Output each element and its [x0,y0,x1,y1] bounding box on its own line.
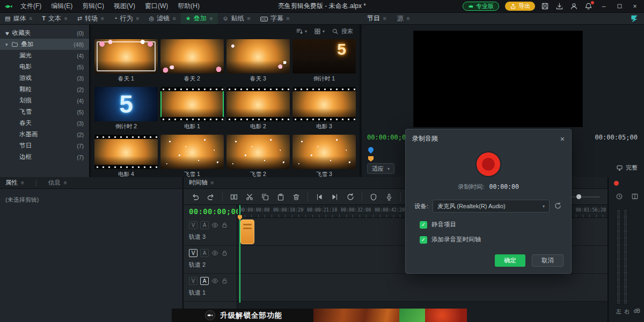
lock-icon[interactable] [221,277,228,284]
hamburger-icon[interactable]: ≡ [407,16,410,21]
media-thumbnail[interactable] [160,135,224,169]
record-voiceover-icon[interactable] [385,193,393,201]
hamburger-icon[interactable]: ≡ [247,16,251,21]
copy-icon[interactable] [261,193,269,201]
monitor-tab[interactable]: 节目 ≡ [367,14,386,23]
marker-shield-icon[interactable] [369,193,378,201]
sidebar-item-favorites[interactable]: ♥ 收藏夹 (0) [0,27,89,39]
refresh-icon[interactable] [554,202,562,210]
redo-icon[interactable] [207,193,215,201]
dialog-checkbox-row[interactable]: ✓ 静音项目 [420,221,571,229]
loop-icon[interactable] [346,193,355,201]
jump-end-icon[interactable] [331,193,339,201]
media-thumbnail[interactable] [160,39,224,74]
media-thumbnail[interactable] [292,135,356,169]
hamburger-icon[interactable]: ≡ [136,16,140,21]
media-item[interactable]: 5 倒计时 2 [94,87,158,130]
ribbon-tab[interactable]: 叠加 ≡ [181,13,218,24]
download-icon[interactable] [555,2,564,11]
audio-toggle-button[interactable]: A [200,221,209,229]
sidebar-category[interactable]: 颗粒 (2) [0,84,89,95]
media-thumbnail[interactable]: 5 [94,87,158,121]
sidebar-category[interactable]: 飞雪 (5) [0,106,89,118]
eye-icon[interactable] [211,222,218,229]
checkbox-checked-icon[interactable]: ✓ [420,236,427,244]
media-item[interactable]: 电影 3 [292,87,356,130]
sidebar-category[interactable]: 春天 (3) [0,118,89,129]
media-thumbnail[interactable] [160,87,224,121]
ribbon-tab[interactable]: 滤镜 ≡ [144,13,180,24]
media-item[interactable]: 电影 4 [94,135,158,177]
ribbon-tab[interactable]: 转场 ≡ [72,13,109,24]
menu-item[interactable]: 剪辑(C) [78,1,108,12]
monitor-tab[interactable]: 源 ≡ [397,14,410,23]
panel-layout-icon[interactable] [631,193,639,200]
quality-control[interactable]: 完整 [616,164,638,172]
ribbon-tab[interactable]: 文本 ≡ [37,13,72,24]
maximize-button[interactable] [614,3,624,9]
video-toggle-button[interactable]: V [189,221,197,229]
save-icon[interactable] [541,2,550,11]
sidebar-category[interactable]: 水墨画 (2) [0,129,89,140]
hamburger-icon[interactable]: ≡ [173,16,176,21]
split-icon[interactable] [230,193,238,201]
tab-timeline[interactable]: 时间轴≡ [189,179,214,187]
sidebar-category[interactable]: 节日 (7) [0,140,89,151]
timeline-clip[interactable] [240,219,254,244]
clock-icon[interactable] [616,193,623,200]
delete-icon[interactable] [292,193,301,201]
cancel-button[interactable]: 取消 [532,254,564,267]
fit-dropdown[interactable]: 适应 ▾ [367,163,394,174]
media-item[interactable]: 飞雪 1 [160,135,224,177]
sort-control[interactable]: ▾ [296,27,307,35]
close-button[interactable]: × [630,3,640,10]
hamburger-icon[interactable]: ≡ [64,180,67,186]
media-item[interactable]: 5 倒计时 1 [292,39,356,83]
account-icon[interactable] [570,2,579,11]
media-thumbnail[interactable] [94,135,158,169]
hamburger-icon[interactable]: ≡ [64,16,68,21]
media-item[interactable]: 飞雪 2 [226,135,290,177]
checkbox-checked-icon[interactable]: ✓ [420,221,427,229]
ribbon-tab[interactable]: 行为 ≡ [109,13,144,24]
paste-icon[interactable] [276,193,285,201]
hamburger-icon[interactable]: ≡ [383,16,386,21]
video-toggle-button[interactable]: V [189,249,197,257]
menu-item[interactable]: 窗口(W) [141,1,172,12]
cut-icon[interactable] [245,193,254,201]
sidebar-item-overlays[interactable]: ▾ 叠加 (48) [0,39,89,50]
menu-item[interactable]: 文件(F) [16,1,46,12]
ribbon-tab[interactable]: 贴纸 ≡ [218,13,255,24]
tab-properties[interactable]: 属性≡ [5,179,24,187]
media-item[interactable]: 电影 1 [160,87,224,130]
hamburger-icon[interactable]: ≡ [29,16,32,21]
track-lane[interactable] [238,274,608,302]
sidebar-category[interactable]: 漏光 (4) [0,50,89,61]
ribbon-tab[interactable]: 媒体 ≡ [0,13,37,24]
sidebar-category[interactable]: 边框 (7) [0,151,89,163]
media-thumbnail[interactable] [226,135,290,169]
view-control[interactable]: ▾ [314,28,325,35]
menu-item[interactable]: 编辑(E) [47,1,77,12]
media-item[interactable]: 春天 1 [94,39,158,83]
sidebar-category[interactable]: 电影 (5) [0,61,89,72]
media-thumbnail[interactable] [226,39,290,74]
sidebar-category[interactable]: 游戏 (3) [0,72,89,84]
menu-item[interactable]: 视图(V) [109,1,140,12]
hamburger-icon[interactable]: ≡ [287,16,290,21]
lock-icon[interactable] [221,222,228,229]
minimize-button[interactable]: – [599,3,609,10]
media-thumbnail[interactable] [226,87,290,121]
slider-track[interactable] [568,196,600,197]
menu-item[interactable]: 帮助(H) [173,1,204,12]
eye-icon[interactable] [211,277,218,284]
search-box[interactable]: 搜索 [332,27,353,35]
lock-icon[interactable] [221,250,228,257]
media-item[interactable]: 飞雪 3 [292,135,356,177]
media-item[interactable]: 电影 2 [226,87,290,130]
upgrade-banner[interactable]: 升级解锁全部功能 [172,309,467,322]
hamburger-icon[interactable]: ≡ [101,16,104,21]
dialog-checkbox-row[interactable]: ✓ 添加录音至时间轴 [420,236,571,244]
audio-toggle-button[interactable]: A [200,277,209,285]
jump-start-icon[interactable] [315,193,324,201]
